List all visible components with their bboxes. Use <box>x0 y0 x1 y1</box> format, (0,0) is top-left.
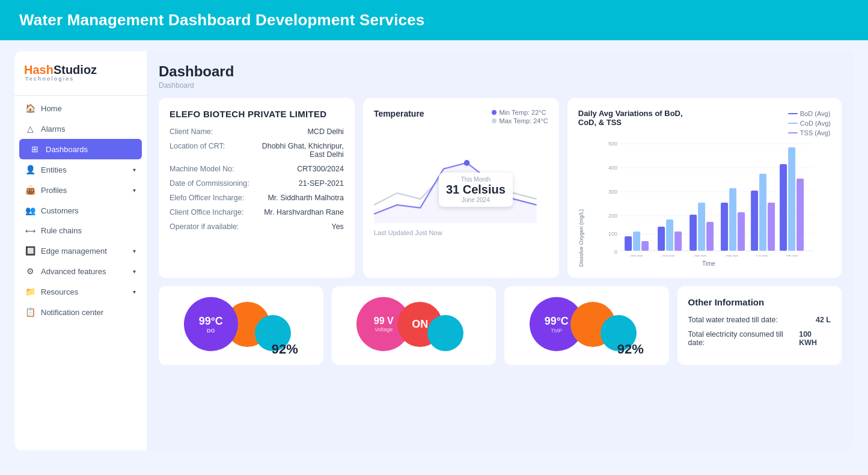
svg-text:06:00: 06:00 <box>694 254 707 257</box>
max-temp-dot <box>492 118 497 123</box>
temp-card-title: Temperature <box>374 109 424 118</box>
svg-text:0: 0 <box>614 249 617 255</box>
bod-line <box>788 113 798 114</box>
value-officer: Mr. Siddharth Malhotra <box>267 194 343 202</box>
sidebar-item-home[interactable]: 🏠 Home <box>14 98 147 118</box>
tmp-percent: 92% <box>617 342 644 357</box>
rule-chains-icon: ⟷ <box>25 227 35 235</box>
sidebar-item-customers[interactable]: 👥 Customers <box>14 200 147 221</box>
logo-sub: Technologies <box>25 76 137 82</box>
banner-title: Water Management Dashboard Development S… <box>19 11 425 29</box>
svg-text:100: 100 <box>608 231 617 237</box>
voltage-small-bubble <box>427 315 463 351</box>
label-location: Location of CRT: <box>170 142 225 159</box>
info-row-location: Location of CRT: Dhobhi Ghat, Khichripur… <box>170 142 344 159</box>
temp-legend: Min Temp: 22°C Max Temp: 24°C <box>492 109 548 126</box>
electricity-consumed-label: Total electricity consumed till date: <box>688 330 799 347</box>
chevron-down-icon: ▾ <box>133 268 136 275</box>
info-card-title: Elefo Biotech Private Limited <box>170 109 344 119</box>
svg-rect-31 <box>768 203 775 251</box>
value-model: CRT300/2024 <box>297 165 344 173</box>
cod-line <box>788 123 798 124</box>
svg-rect-15 <box>641 241 649 251</box>
tmp-gauge-card: 99°C TMP 92% <box>504 286 669 365</box>
sidebar-item-label: Alarms <box>41 124 65 133</box>
value-location: Dhobhi Ghat, Khichripur, East Delhi <box>248 142 343 159</box>
sidebar-item-rule-chains[interactable]: ⟷ Rule chains <box>14 221 147 241</box>
max-temp-label: Max Temp: 24°C <box>500 117 548 124</box>
top-grid: Elefo Biotech Private Limited Client Nam… <box>159 98 842 278</box>
logo: HashStudioz Technologies <box>14 63 147 93</box>
info-row-model: Machine Model No: CRT300/2024 <box>170 165 344 173</box>
sidebar-item-resources[interactable]: 📁 Resources ▾ <box>14 281 147 302</box>
svg-rect-33 <box>780 164 787 251</box>
svg-text:09:00: 09:00 <box>726 254 739 257</box>
logo-hash: Hash <box>24 63 53 76</box>
value-client-officer: Mr. Harshvardhan Rane <box>264 208 344 216</box>
sidebar-item-alarms[interactable]: △ Alarms <box>14 118 147 139</box>
tmp-value: 99°C <box>545 315 569 328</box>
dashboards-icon: ⊞ <box>30 144 40 154</box>
sidebar-item-notification-center[interactable]: 📋 Notification center <box>14 302 147 322</box>
svg-rect-30 <box>759 174 766 251</box>
voltage-gauge-inner: 99 V Voltage ON <box>343 297 486 354</box>
tmp-gauge-inner: 99°C TMP 92% <box>515 297 658 354</box>
svg-text:200: 200 <box>608 213 617 219</box>
sidebar-item-edge-management[interactable]: 🔲 Edge management ▾ <box>14 241 147 261</box>
svg-rect-14 <box>633 231 640 251</box>
temperature-card: Temperature Min Temp: 22°C Max Temp: 24°… <box>363 98 559 278</box>
voltage-label: Voltage <box>374 326 393 332</box>
info-row-officer: Elefo Officer Incharge: Mr. Siddharth Ma… <box>170 194 344 202</box>
sidebar-item-label: Notification center <box>41 308 103 317</box>
legend-bod: BoD (Avg) <box>788 110 831 117</box>
water-treated-value: 42 L <box>816 316 831 324</box>
svg-rect-13 <box>625 236 632 251</box>
value-client-name: MCD Delhi <box>307 127 343 136</box>
chart-legend: BoD (Avg) CoD (Avg) TSS (Avg) <box>788 109 831 136</box>
sidebar-item-entities[interactable]: 👤 Entities ▾ <box>14 159 147 180</box>
water-treated-label: Total water treated till date: <box>688 316 778 324</box>
page-title: Dashboard <box>159 63 842 80</box>
logo-studioz: Studioz <box>53 63 97 76</box>
temp-data-point <box>464 160 470 166</box>
chevron-down-icon: ▾ <box>133 167 136 173</box>
sidebar-item-profiles[interactable]: 👜 Profiles ▾ <box>14 180 147 200</box>
info-row-client-officer: Client Office Incharge: Mr. Harshvardhan… <box>170 208 344 216</box>
svg-rect-27 <box>738 212 745 251</box>
voltage-gauge-card: 99 V Voltage ON <box>332 286 497 365</box>
sidebar-item-advanced-features[interactable]: ⚙ Advanced features ▾ <box>14 261 147 281</box>
sidebar-item-label: Rule chains <box>41 226 82 235</box>
info-row-client-name: Client Name: MCD Delhi <box>170 127 344 136</box>
svg-text:00:00: 00:00 <box>631 254 643 257</box>
chevron-down-icon: ▾ <box>133 248 136 254</box>
entities-icon: 👤 <box>25 165 35 174</box>
sidebar-item-label: Edge management <box>41 247 107 256</box>
min-temp-dot <box>492 110 497 115</box>
svg-rect-26 <box>729 188 736 251</box>
svg-rect-21 <box>689 215 697 251</box>
sidebar-divider <box>14 95 147 96</box>
edge-management-icon: 🔲 <box>25 246 35 256</box>
sidebar-item-label: Home <box>41 104 62 113</box>
sidebar-item-label: Resources <box>41 287 78 296</box>
tooltip-value: 31 Celsius <box>446 183 506 197</box>
svg-rect-17 <box>658 227 665 251</box>
min-temp-label: Min Temp: 22°C <box>500 109 546 116</box>
other-info-card: Other Information Total water treated ti… <box>677 286 842 365</box>
svg-rect-22 <box>698 203 705 251</box>
sidebar-item-label: Advanced features <box>41 267 106 276</box>
info-row-operator: Operator if available: Yes <box>170 222 344 231</box>
info-row-commissioning: Date of Commissioning: 21-SEP-2021 <box>170 179 344 188</box>
do-gauge-card: 99°C DO 92% <box>159 286 323 365</box>
value-operator: Yes <box>331 222 343 231</box>
voltage-value: 99 V <box>374 316 394 326</box>
sidebar-item-dashboards[interactable]: ⊞ Dashboards <box>19 139 142 159</box>
y-axis-label: Dissolve Oxygen (mg/L) <box>578 197 584 267</box>
svg-rect-35 <box>796 179 804 251</box>
sidebar-item-label: Dashboards <box>46 145 88 154</box>
tmp-label: TMP <box>551 328 562 334</box>
cod-label: CoD (Avg) <box>800 120 831 127</box>
bod-label: BoD (Avg) <box>800 110 831 117</box>
tooltip-month: This Month <box>446 176 506 183</box>
voltage-status: ON <box>412 318 428 331</box>
